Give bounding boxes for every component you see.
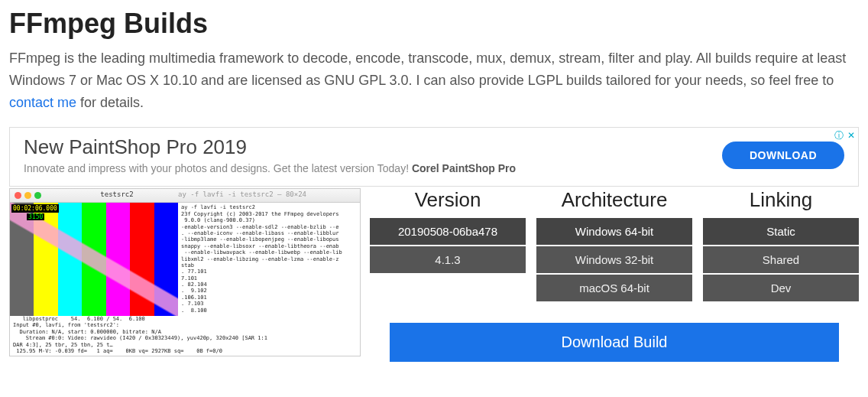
arch-option[interactable]: Windows 32-bit [536, 246, 692, 273]
ad-subtitle: Innovate and impress with your photos an… [24, 162, 516, 174]
ad-close-icon[interactable]: ✕ [847, 130, 855, 141]
arch-option[interactable]: Windows 64-bit [536, 218, 692, 245]
page-description: FFmpeg is the leading multimedia framewo… [9, 47, 859, 113]
color-bars: 00:02:06.000 3150 [10, 203, 178, 316]
arch-option[interactable]: macOS 64-bit [536, 275, 692, 301]
desc-text-b: for details. [76, 95, 144, 110]
window-max-icon [34, 192, 41, 199]
linking-option[interactable]: Dev [703, 275, 859, 301]
window-title-2: ay -f lavfi -i testsrc2 — 80×24 [178, 189, 360, 202]
version-option[interactable]: 4.1.3 [370, 246, 526, 273]
architecture-column: Architecture Windows 64-bit Windows 32-b… [536, 188, 692, 303]
terminal-bottom: libpostproc 54. 6.100 / 54. 6.100 Input … [10, 316, 360, 356]
ad-download-button[interactable]: DOWNLOAD [722, 142, 844, 169]
linking-header: Linking [703, 188, 859, 212]
version-option[interactable]: 20190508-06ba478 [370, 218, 526, 245]
ad-controls: ⓘ ✕ [833, 129, 855, 142]
window-title-1: testsrc2 [56, 189, 178, 202]
desc-text-a: FFmpeg is the leading multimedia framewo… [9, 50, 846, 88]
frame-number: 3150 [27, 213, 44, 220]
linking-option[interactable]: Shared [703, 246, 859, 273]
ad-title: New PaintShop Pro 2019 [24, 135, 516, 159]
contact-link[interactable]: contact me [9, 95, 76, 110]
download-build-button[interactable]: Download Build [390, 323, 839, 362]
build-options: Version 20190508-06ba478 4.1.3 Architect… [370, 188, 859, 362]
architecture-header: Architecture [536, 188, 692, 212]
page-title: FFmpeg Builds [9, 8, 859, 40]
ad-info-icon[interactable]: ⓘ [834, 130, 844, 141]
timecode: 00:02:06.000 [11, 204, 59, 213]
terminal-output: ay -f lavfi -i testsrc2 23f Copyright (c… [178, 203, 360, 316]
version-column: Version 20190508-06ba478 4.1.3 [370, 188, 526, 303]
ad-banner[interactable]: ⓘ ✕ New PaintShop Pro 2019 Innovate and … [9, 127, 859, 187]
window-close-icon [15, 192, 21, 199]
window-min-icon [24, 192, 31, 199]
version-header: Version [370, 188, 526, 212]
terminal-screenshot: testsrc2 ay -f lavfi -i testsrc2 — 80×24… [9, 188, 361, 356]
linking-option[interactable]: Static [703, 218, 859, 245]
linking-column: Linking Static Shared Dev [703, 188, 859, 303]
